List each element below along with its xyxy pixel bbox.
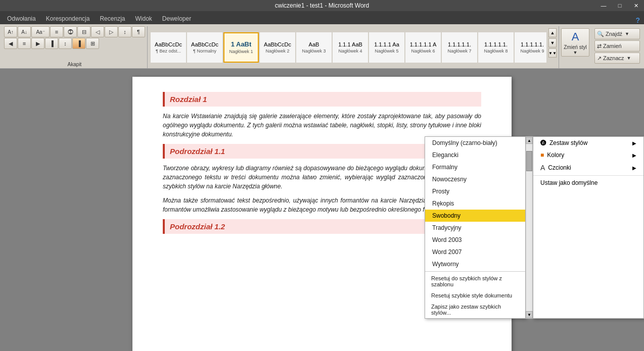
find-label: Znajdź — [606, 31, 622, 37]
bottom-action-item-0[interactable]: Resetuj do szybkich stylów z szablonu — [425, 273, 525, 290]
style-item-preview-10: 1.1.1.1.1. — [521, 41, 544, 47]
colors-label: Kolory — [547, 152, 564, 159]
style-name-item-9[interactable]: Word 2007 — [425, 246, 525, 258]
style-item-2[interactable]: 1 AaBtNagłówek 1 — [223, 32, 259, 63]
style-item-4[interactable]: AaBNagłówek 3 — [296, 32, 332, 63]
close-button[interactable]: ✕ — [628, 0, 644, 11]
replace-btn[interactable]: ⇄ Zamień — [594, 40, 640, 52]
paragraph-group-content: A↑ A↓ Aa⁻ ≡ ⓵ ⊟ ◁ ▷ ↕ ¶ ◀ ≡ ▶ ▐ ↕ ▐ ⊞ — [4, 26, 145, 56]
style-name-item-1[interactable]: Elegancki — [425, 149, 525, 161]
style-item-3[interactable]: AaBbCcDcNagłówek 2 — [260, 32, 295, 63]
window-title: cwiczenie1 - test1 - Microsoft Word — [275, 2, 370, 9]
minimize-button[interactable]: — — [595, 0, 612, 11]
style-item-5[interactable]: 1.1.1 AaBNagłówek 4 — [333, 32, 368, 63]
change-style-icon: A — [572, 30, 579, 43]
font-icon: A — [540, 164, 545, 172]
shading-btn[interactable]: ▐ — [72, 38, 85, 49]
find-btn[interactable]: 🔍 Znajdź ▼ — [594, 28, 640, 39]
sort-btn[interactable]: ↕ — [118, 26, 131, 37]
scrollbar-thumb[interactable] — [526, 151, 532, 171]
style-item-preview-7: 1.1.1.1.1 A — [410, 41, 437, 47]
line-spacing-btn[interactable]: ↕ — [59, 38, 72, 49]
tab-odwolania[interactable]: Odwołania — [2, 13, 41, 24]
borders-btn[interactable]: ⊞ — [86, 38, 99, 49]
change-style-arrow: ▼ — [573, 50, 578, 55]
style-item-10[interactable]: 1.1.1.1.1.Nagłówek 9 — [515, 32, 546, 63]
replace-icon: ⇄ — [597, 43, 602, 49]
style-name-item-7[interactable]: Tradycyjny — [425, 222, 525, 234]
scroll-up-btn[interactable]: ▲ — [526, 137, 533, 144]
paragraph-group: A↑ A↓ Aa⁻ ≡ ⓵ ⊟ ◁ ▷ ↕ ¶ ◀ ≡ ▶ ▐ ↕ ▐ ⊞ Ak… — [2, 26, 148, 68]
find-icon: 🔍 — [597, 31, 604, 37]
styles-gallery: AaBbCcDc¶ Bez odst...AaBbCcDc¶ Normalny1… — [149, 26, 546, 68]
multilevel-list-btn[interactable]: ⊟ — [77, 26, 90, 37]
style-item-preview-8: 1.1.1.1.1. — [448, 41, 471, 47]
align-center-btn[interactable]: ≡ — [18, 38, 31, 49]
style-name-item-0[interactable]: Domyślny (czarno-biały) — [425, 137, 525, 149]
indent-decrease-btn[interactable]: ◁ — [91, 26, 104, 37]
style-name-item-2[interactable]: Formalny — [425, 161, 525, 173]
list-ordered-btn[interactable]: ⓵ — [64, 26, 77, 37]
gallery-scroll: ▲ ▼ ▼▼ — [547, 26, 558, 68]
justify-btn[interactable]: ▐ — [45, 38, 58, 49]
list-unordered-btn[interactable]: ≡ — [50, 26, 63, 37]
align-right-btn[interactable]: ▶ — [31, 38, 44, 49]
style-item-preview-1: AaBbCcDc — [191, 41, 218, 47]
style-set-icon: 🅐 — [540, 139, 546, 146]
help-icon[interactable]: ? — [635, 16, 640, 24]
maximize-button[interactable]: □ — [612, 0, 628, 11]
style-item-9[interactable]: 1.1.1.1.1.Nagłówek 8 — [478, 32, 514, 63]
style-item-label-4: Nagłówek 3 — [302, 48, 326, 54]
style-name-item-3[interactable]: Nowoczesny — [425, 173, 525, 185]
gallery-expand[interactable]: ▼▼ — [548, 48, 557, 58]
font-label: Czcionki — [548, 164, 571, 171]
paragraph-row-1: A↑ A↓ Aa⁻ ≡ ⓵ ⊟ ◁ ▷ ↕ ¶ — [4, 26, 145, 37]
style-name-item-10[interactable]: Wytworny — [425, 258, 525, 270]
style-item-label-10: Nagłówek 9 — [520, 48, 544, 54]
select-label: Zaznacz — [603, 55, 624, 61]
style-item-label-8: Nagłówek 7 — [447, 48, 471, 54]
scrollbar[interactable]: ▲ ▼ — [526, 136, 533, 319]
style-item-label-2: Nagłówek 1 — [229, 49, 253, 54]
font-item[interactable]: A Czcionki ▶ — [533, 161, 643, 174]
tab-recenzja[interactable]: Recenzja — [95, 13, 130, 24]
style-name-item-5[interactable]: Rękopis — [425, 197, 525, 210]
change-style-btn[interactable]: A Zmień styl ▼ — [561, 28, 589, 57]
tab-widok[interactable]: Widok — [130, 13, 157, 24]
style-item-preview-2: 1 AaBt — [231, 40, 252, 48]
clear-format-btn[interactable]: Aa⁻ — [31, 26, 50, 37]
set-default-label: Ustaw jako domyślne — [540, 179, 597, 186]
style-item-7[interactable]: 1.1.1.1.1 ANagłówek 6 — [405, 32, 441, 63]
style-names-list: Domyślny (czarno-biały)EleganckiFormalny… — [425, 136, 526, 319]
style-item-label-5: Nagłówek 4 — [338, 48, 362, 54]
select-btn[interactable]: ↗ Zaznacz ▼ — [594, 53, 640, 64]
colors-arrow: ▶ — [632, 153, 636, 158]
style-set-arrow: ▶ — [632, 140, 636, 146]
font-size-increase-btn[interactable]: A↓ — [18, 26, 31, 37]
style-set-label: Zestaw stylów — [549, 139, 587, 146]
scroll-down-btn[interactable]: ▼ — [526, 311, 533, 318]
style-name-item-6[interactable]: Swobodny — [425, 210, 525, 222]
style-name-item-4[interactable]: Prosty — [425, 185, 525, 197]
style-item-8[interactable]: 1.1.1.1.1.Nagłówek 7 — [442, 32, 477, 63]
bottom-action-item-2[interactable]: Zapisz jako zestaw szybkich stylów... — [425, 301, 525, 318]
gallery-scroll-up[interactable]: ▲ — [548, 28, 557, 37]
indent-increase-btn[interactable]: ▷ — [105, 26, 118, 37]
overlay-container: Domyślny (czarno-biały)EleganckiFormalny… — [425, 136, 644, 319]
tab-korespondencja[interactable]: Korespondencja — [41, 13, 95, 24]
gallery-scroll-down[interactable]: ▼ — [548, 38, 557, 47]
align-left-btn[interactable]: ◀ — [4, 38, 17, 49]
set-default-item[interactable]: Ustaw jako domyślne — [533, 177, 643, 189]
style-item-0[interactable]: AaBbCcDc¶ Bez odst... — [151, 32, 186, 63]
colors-item[interactable]: ■ Kolory ▶ — [533, 149, 643, 161]
chapter-1-heading: Rozdział 1 — [163, 92, 481, 107]
style-item-1[interactable]: AaBbCcDc¶ Normalny — [187, 32, 222, 63]
style-name-item-8[interactable]: Word 2003 — [425, 234, 525, 246]
font-size-decrease-btn[interactable]: A↑ — [4, 26, 17, 37]
bottom-action-item-1[interactable]: Resetuj szybkie style dokumentu — [425, 290, 525, 301]
tab-deweloper[interactable]: Deweloper — [157, 13, 196, 24]
style-set-item[interactable]: 🅐 Zestaw stylów ▶ — [533, 137, 643, 149]
style-item-preview-6: 1.1.1.1 Aa — [374, 41, 399, 47]
paragraph-marks-btn[interactable]: ¶ — [132, 26, 145, 37]
style-item-6[interactable]: 1.1.1.1 AaNagłówek 5 — [369, 32, 404, 63]
